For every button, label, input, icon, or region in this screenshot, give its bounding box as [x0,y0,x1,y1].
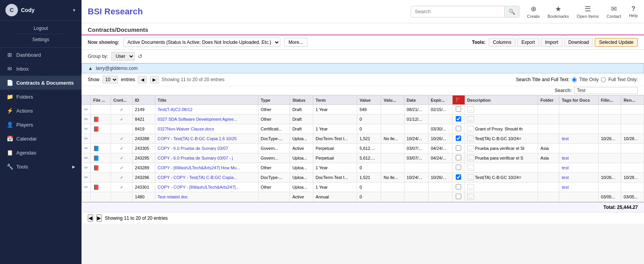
create-action[interactable]: ⊕ Create [527,5,540,19]
contact-action[interactable]: ✉ Contact [606,5,621,19]
footer-next-button[interactable]: ▶ [96,214,102,222]
col-term[interactable]: Term [313,96,357,105]
col-folder[interactable]: Folder [538,96,559,105]
term-cell: DocTerm-Test I... [313,173,357,182]
flag-checkbox[interactable] [456,184,461,189]
flag-checkbox[interactable] [456,135,461,141]
term-cell: 1 Year [313,163,357,173]
title-link[interactable]: COPY - 6.0 Prueba de Sumary 03/07 [158,146,228,151]
term-cell: 1 Year [313,182,357,192]
tag-link[interactable]: test [562,185,569,189]
edit-icon[interactable]: ✏ [84,107,88,112]
col-tags[interactable]: Tags for Docs [559,96,599,105]
logout-link[interactable]: Logout [34,24,48,32]
edit-icon[interactable]: ✏ [84,136,88,141]
tag-link[interactable]: test [562,165,569,170]
title-link[interactable]: COPY - COPY - Test(TA) C-B:GC Copia... [158,175,237,180]
table-row: ✏ 📘 ✓ 243295 COPY - 6.0 Prueba de Sumary… [82,153,644,163]
edit-cell: ✏ [82,163,91,173]
settings-link[interactable]: Settings [32,36,49,43]
title-link[interactable]: COPY - [6WashJLTech&Arts247] How Mu... [158,165,240,170]
import-button[interactable]: Import [541,38,562,47]
search-button[interactable]: 🔍 [504,6,519,17]
title-link[interactable]: COPY - Test(TA) C-B:GC Copia 1.6 10/25 [158,136,237,141]
sidebar-item-actions[interactable]: ⚡ Actions [0,104,82,118]
search-input[interactable] [411,6,504,17]
sidebar-item-players[interactable]: 👤 Players [0,118,82,132]
next-page-button[interactable]: ▶ [150,76,158,83]
columns-button[interactable]: Columns [489,38,516,47]
group-by-select[interactable]: User [111,52,135,61]
edit-icon[interactable]: ✏ [84,146,88,151]
title-only-radio[interactable] [572,77,577,82]
flag-checkbox[interactable] [456,174,461,180]
flag-checkbox[interactable] [456,145,461,151]
sidebar-item-tools[interactable]: 🔧 Tools ▶ [0,160,82,174]
filter-select[interactable]: Active Documents (Status is Active; Does… [123,38,280,47]
edit-cell: ✏ [82,124,91,134]
help-action[interactable]: ? Help [629,5,638,18]
col-title[interactable]: Title [155,96,259,105]
col-date[interactable]: Date [404,96,428,105]
col-ren[interactable]: Ren... [621,96,644,105]
col-id[interactable]: ID [132,96,155,105]
open-items-action[interactable]: ☰ Open Items [577,5,599,19]
flag-checkbox[interactable] [456,165,461,170]
title-link[interactable]: COPY - COPY - [6WashJLTech&Arts247]... [158,185,239,189]
col-valu2[interactable]: Valu... [381,96,404,105]
flag-checkbox[interactable] [456,155,461,160]
entries-select[interactable]: 10 [102,76,118,83]
full-text-radio[interactable] [601,77,606,82]
edit-cell: ✏ [82,134,91,144]
selected-update-button[interactable]: Selected Update [595,38,638,47]
flag-checkbox[interactable] [456,106,461,112]
flag-checkbox[interactable] [456,116,461,122]
edit-icon[interactable]: ✏ [84,175,88,180]
edit-icon[interactable]: ✏ [84,165,88,170]
sidebar-item-calendar[interactable]: 📅 Calendar [0,132,82,146]
prev-page-button[interactable]: ◀ [138,76,147,83]
tag-link[interactable]: test [562,156,569,160]
download-button[interactable]: Download [564,38,593,47]
sidebar-item-dashboard[interactable]: ⊞ Dashboard [0,48,82,62]
edit-cell: ✏ [82,115,91,124]
search-value-input[interactable] [574,87,638,94]
col-file[interactable]: File ... [91,96,111,105]
flag-checkbox[interactable] [456,126,461,131]
bookmarks-action[interactable]: ★ Bookmarks [548,5,569,19]
title-link[interactable]: 0327 SDA Software Development Agree... [158,117,237,122]
col-status[interactable]: Status [290,96,313,105]
title-link[interactable]: Test related doc [158,195,188,199]
collapse-icon[interactable]: ▲ [88,66,93,71]
value-cell: 5,612.... [357,144,381,153]
col-flag[interactable]: 🚩 [452,96,465,105]
edit-icon[interactable]: ✏ [84,184,88,190]
col-description[interactable]: Description [465,96,538,105]
type-cell: Other [258,115,290,124]
col-value[interactable]: Value [357,96,381,105]
sidebar-item-folders[interactable]: 📁 Folders [0,90,82,104]
footer-prev-button[interactable]: ◀ [88,214,93,222]
title-link[interactable]: 0327Non-Waiver Clause.docx [158,127,214,131]
edit-icon[interactable]: ✏ [84,126,88,132]
type-cell [258,192,290,202]
sidebar-header[interactable]: C Cody ▼ [0,0,82,21]
edit-icon[interactable]: ✏ [84,155,88,161]
edit-icon[interactable]: ✏ [84,116,88,122]
refresh-button[interactable]: ↺ [138,53,142,59]
col-expir[interactable]: Expir... [428,96,452,105]
pdf-icon: 📕 [93,184,99,190]
sidebar-item-contracts[interactable]: 📄 Contracts & Documents [0,76,82,90]
sidebar-item-agendas[interactable]: 📋 Agendas [0,146,82,160]
col-filin[interactable]: Filin... [598,96,621,105]
more-button[interactable]: More... [284,38,307,47]
col-cont[interactable]: Cont... [111,96,133,105]
sidebar-item-inbox[interactable]: ✉ Inbox [0,62,82,76]
title-link[interactable]: Test(T-A)C2-08/12 [158,107,193,112]
col-type[interactable]: Type [258,96,290,105]
tag-link[interactable]: test [562,136,569,141]
tag-link[interactable]: test [562,175,569,180]
flag-checkbox[interactable] [456,194,461,199]
export-button[interactable]: Export [517,38,539,47]
title-link[interactable]: COPY - 6.0 Prueba de Sumary 03/07 - j [158,156,233,160]
